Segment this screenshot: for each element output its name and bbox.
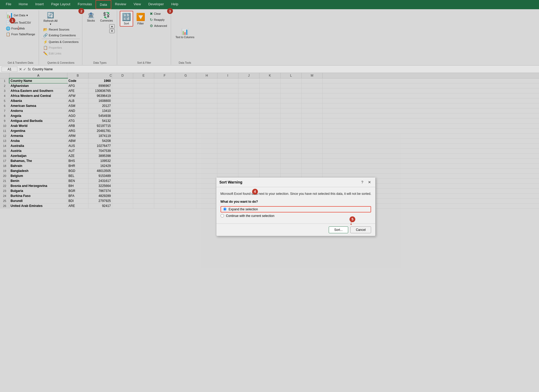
dialog-window-controls: ? ✕ <box>360 180 372 185</box>
dialog-overlay: Sort Warning ? ✕ 4 Microsoft Excel found… <box>0 0 539 209</box>
dialog-help-button[interactable]: ? <box>360 180 365 185</box>
dialog-question: What do you want to do? <box>221 200 371 204</box>
dialog-close-button[interactable]: ✕ <box>367 180 372 185</box>
sort-warning-dialog: Sort Warning ? ✕ 4 Microsoft Excel found… <box>216 177 376 209</box>
expand-selection-radio[interactable] <box>223 207 227 209</box>
dialog-message: Microsoft Excel found data next to your … <box>221 191 371 196</box>
dialog-body: 4 Microsoft Excel found data next to you… <box>216 187 376 209</box>
dialog-title: Sort Warning <box>219 180 242 184</box>
dialog-title-bar: Sort Warning ? ✕ <box>216 177 376 187</box>
expand-selection-option[interactable]: Expand the selection <box>221 206 371 209</box>
badge-4: 4 <box>252 189 258 195</box>
expand-selection-label: Expand the selection <box>229 207 258 209</box>
